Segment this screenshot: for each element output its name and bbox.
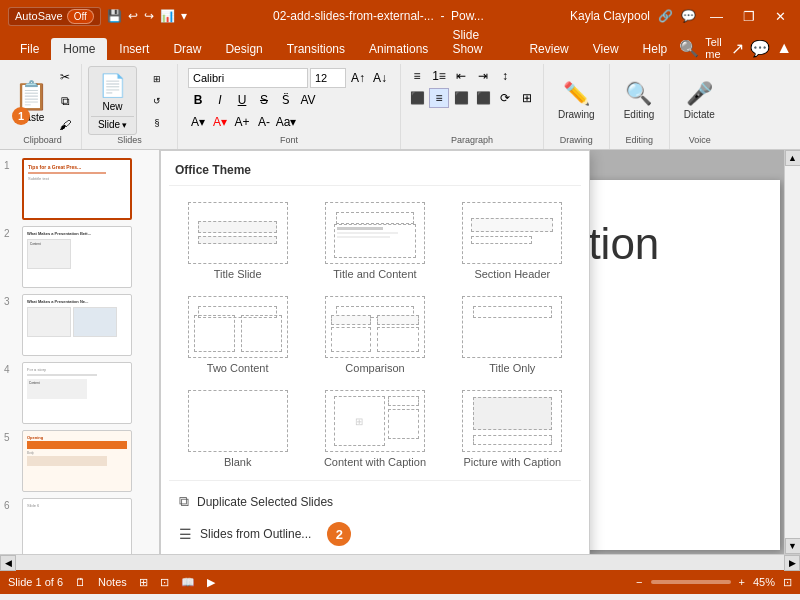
- layout-item-blank[interactable]: Blank: [173, 386, 302, 472]
- layout-item-picture-caption[interactable]: Picture with Caption: [448, 386, 577, 472]
- ribbon-collapse-icon[interactable]: ▲: [776, 39, 792, 57]
- char-spacing-button[interactable]: AV: [298, 90, 318, 110]
- font-color-button[interactable]: A▾: [210, 112, 230, 132]
- drawing-button[interactable]: ✏️ Drawing: [550, 77, 603, 124]
- cut-button[interactable]: ✂: [55, 67, 75, 87]
- align-right-button[interactable]: ⬛: [451, 88, 471, 108]
- dictate-button[interactable]: 🎤 Dictate: [676, 77, 723, 124]
- format-painter-button[interactable]: 🖌: [55, 115, 75, 135]
- slide-item-1[interactable]: 1 Tips for a Great Pres... Subtitle text: [4, 158, 155, 220]
- bullet-list-button[interactable]: ≡: [407, 66, 427, 86]
- decrease-font-button[interactable]: A-: [254, 112, 274, 132]
- menu-item-from-outline[interactable]: ☰ Slides from Outline... 2: [169, 516, 581, 552]
- slide-thumb-5[interactable]: Opening Body: [22, 430, 132, 492]
- tab-help[interactable]: Help: [631, 38, 680, 60]
- layout-item-title-slide[interactable]: Title Slide: [173, 198, 302, 284]
- change-case-button[interactable]: Aa▾: [276, 112, 296, 132]
- reset-button[interactable]: ↺: [143, 91, 171, 111]
- zoom-level[interactable]: 45%: [753, 576, 775, 588]
- tab-animations[interactable]: Animations: [357, 38, 440, 60]
- notes-label[interactable]: Notes: [98, 576, 127, 588]
- highlight-color-button[interactable]: A▾: [188, 112, 208, 132]
- menu-item-duplicate[interactable]: ⧉ Duplicate Selected Slides: [169, 487, 581, 516]
- underline-button[interactable]: U: [232, 90, 252, 110]
- section-button[interactable]: §: [143, 113, 171, 133]
- numbered-list-button[interactable]: 1≡: [429, 66, 449, 86]
- save-icon[interactable]: 💾: [107, 9, 122, 23]
- new-slide-button[interactable]: 📄 New Slide ▾: [88, 66, 137, 135]
- justify-button[interactable]: ⬛: [473, 88, 493, 108]
- strikethrough-button[interactable]: S: [254, 90, 274, 110]
- scroll-up-button[interactable]: ▲: [785, 150, 801, 166]
- slide-thumb-2[interactable]: What Makes a Presentation Bett... Conten…: [22, 226, 132, 288]
- tab-insert[interactable]: Insert: [107, 38, 161, 60]
- layout-button[interactable]: ⊞: [143, 69, 171, 89]
- view-slide-sorter-icon[interactable]: ⊡: [160, 576, 169, 589]
- tab-draw[interactable]: Draw: [161, 38, 213, 60]
- restore-button[interactable]: ❐: [737, 7, 761, 26]
- comments-ribbon-icon[interactable]: 💬: [750, 39, 770, 58]
- increase-font-button[interactable]: A+: [232, 112, 252, 132]
- comment-icon[interactable]: 💬: [681, 9, 696, 23]
- zoom-plus-button[interactable]: +: [739, 576, 745, 588]
- layout-item-title-content[interactable]: Title and Content: [310, 198, 439, 284]
- bold-button[interactable]: B: [188, 90, 208, 110]
- share-icon[interactable]: 🔗: [658, 9, 673, 23]
- increase-indent-button[interactable]: ⇥: [473, 66, 493, 86]
- slide-item-6[interactable]: 6 Slide 6: [4, 498, 155, 554]
- layout-item-title-only[interactable]: Title Only: [448, 292, 577, 378]
- view-normal-icon[interactable]: ⊞: [139, 576, 148, 589]
- convert-to-smart-art[interactable]: ⊞: [517, 88, 537, 108]
- slide-item-4[interactable]: 4 For a story Content: [4, 362, 155, 424]
- scroll-left-button[interactable]: ◀: [0, 555, 16, 571]
- slide-thumb-3[interactable]: What Makes a Presentation Ne...: [22, 294, 132, 356]
- autosave-button[interactable]: AutoSave Off: [8, 7, 101, 26]
- align-left-button[interactable]: ⬛: [407, 88, 427, 108]
- tab-design[interactable]: Design: [213, 38, 274, 60]
- text-direction-button[interactable]: ⟳: [495, 88, 515, 108]
- font-size-input[interactable]: [310, 68, 346, 88]
- paste-button[interactable]: 📋 Paste 1: [10, 75, 53, 127]
- tab-home[interactable]: Home: [51, 38, 107, 60]
- font-size-up-button[interactable]: A↑: [348, 68, 368, 88]
- tab-review[interactable]: Review: [517, 38, 580, 60]
- slide-item-5[interactable]: 5 Opening Body: [4, 430, 155, 492]
- redo-icon[interactable]: ↪: [144, 9, 154, 23]
- tab-file[interactable]: File: [8, 38, 51, 60]
- shadow-button[interactable]: S̈: [276, 90, 296, 110]
- italic-button[interactable]: I: [210, 90, 230, 110]
- layout-item-two-content[interactable]: Two Content: [173, 292, 302, 378]
- align-center-button[interactable]: ≡: [429, 88, 449, 108]
- font-size-down-button[interactable]: A↓: [370, 68, 390, 88]
- fit-slide-button[interactable]: ⊡: [783, 576, 792, 589]
- font-name-input[interactable]: [188, 68, 308, 88]
- copy-button[interactable]: ⧉: [55, 91, 75, 111]
- h-scroll-track[interactable]: [16, 555, 784, 570]
- close-button[interactable]: ✕: [769, 7, 792, 26]
- view-slideshow-icon[interactable]: ▶: [207, 576, 215, 589]
- tab-transitions[interactable]: Transitions: [275, 38, 357, 60]
- tab-view[interactable]: View: [581, 38, 631, 60]
- layout-item-content-caption[interactable]: ⊞ Content with Caption: [310, 386, 439, 472]
- tab-slideshow[interactable]: Slide Show: [440, 24, 517, 60]
- scroll-right-button[interactable]: ▶: [784, 555, 800, 571]
- menu-item-reuse[interactable]: ↩ Reuse Slides...: [169, 552, 581, 554]
- slide-thumb-6[interactable]: Slide 6: [22, 498, 132, 554]
- view-reading-icon[interactable]: 📖: [181, 576, 195, 589]
- slide-thumb-4[interactable]: For a story Content: [22, 362, 132, 424]
- tell-me-label[interactable]: Tell me: [705, 36, 725, 60]
- zoom-minus-button[interactable]: −: [636, 576, 642, 588]
- editing-button[interactable]: 🔍 Editing: [616, 77, 663, 124]
- share-ribbon-icon[interactable]: ↗: [731, 39, 744, 58]
- layout-item-comparison[interactable]: Comparison: [310, 292, 439, 378]
- scroll-down-button[interactable]: ▼: [785, 538, 801, 554]
- zoom-slider[interactable]: [651, 580, 731, 584]
- minimize-button[interactable]: —: [704, 7, 729, 26]
- line-spacing-button[interactable]: ↕: [495, 66, 515, 86]
- new-slide-top[interactable]: 📄 New: [91, 69, 134, 117]
- decrease-indent-button[interactable]: ⇤: [451, 66, 471, 86]
- slide-thumb-1[interactable]: Tips for a Great Pres... Subtitle text: [22, 158, 132, 220]
- slide-item-2[interactable]: 2 What Makes a Presentation Bett... Cont…: [4, 226, 155, 288]
- layout-item-section-header[interactable]: Section Header: [448, 198, 577, 284]
- undo-icon[interactable]: ↩: [128, 9, 138, 23]
